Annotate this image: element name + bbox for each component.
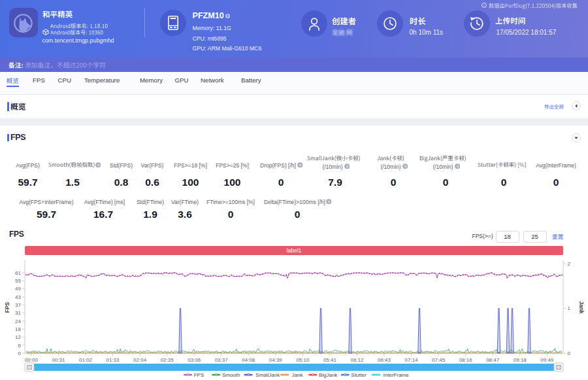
- svg-text:0: 0: [568, 351, 571, 356]
- svg-text:02:35: 02:35: [161, 357, 174, 363]
- svg-text:06:12: 06:12: [350, 357, 364, 363]
- svg-text:08:47: 08:47: [486, 357, 500, 363]
- svg-text:09:49: 09:49: [540, 357, 554, 363]
- svg-text:00:31: 00:31: [52, 357, 65, 363]
- svg-text:FPS: FPS: [4, 302, 10, 313]
- svg-text:01:33: 01:33: [106, 357, 120, 363]
- svg-text:43: 43: [15, 294, 21, 300]
- svg-text:02:04: 02:04: [133, 357, 147, 363]
- svg-text:37: 37: [15, 302, 21, 308]
- svg-text:Smooth: Smooth: [222, 372, 240, 378]
- svg-text:07:45: 07:45: [432, 357, 446, 363]
- svg-text:03:06: 03:06: [188, 357, 201, 363]
- svg-text:06:43: 06:43: [378, 357, 391, 363]
- svg-text:31: 31: [15, 310, 21, 316]
- svg-text:BigJank: BigJank: [319, 372, 338, 378]
- svg-text:18: 18: [15, 326, 21, 332]
- svg-text:05:10: 05:10: [296, 357, 310, 363]
- svg-text:61: 61: [15, 270, 21, 276]
- svg-text:1: 1: [568, 305, 571, 311]
- svg-text:49: 49: [15, 286, 21, 292]
- svg-text:Jank: Jank: [578, 301, 585, 314]
- svg-text:55: 55: [15, 278, 21, 284]
- svg-text:24: 24: [15, 319, 21, 324]
- svg-text:03:37: 03:37: [215, 357, 229, 363]
- svg-text:2: 2: [568, 261, 571, 267]
- svg-text:05:41: 05:41: [323, 357, 337, 363]
- svg-text:FPS: FPS: [194, 372, 204, 378]
- svg-text:04:39: 04:39: [269, 357, 283, 363]
- svg-text:08:16: 08:16: [459, 357, 473, 363]
- svg-text:00:00: 00:00: [25, 357, 39, 363]
- svg-text:Stutter: Stutter: [351, 372, 367, 378]
- svg-text:07:14: 07:14: [405, 357, 419, 363]
- svg-text:09:18: 09:18: [514, 357, 527, 363]
- svg-text:04:08: 04:08: [242, 357, 255, 363]
- svg-text:Jank: Jank: [292, 372, 304, 378]
- svg-text:12: 12: [15, 334, 21, 340]
- svg-text:InterFrame: InterFrame: [384, 372, 410, 378]
- svg-text:0: 0: [18, 351, 22, 356]
- svg-text:6: 6: [18, 343, 22, 349]
- svg-text:SmallJank: SmallJank: [255, 372, 280, 378]
- svg-text:01:02: 01:02: [79, 357, 93, 363]
